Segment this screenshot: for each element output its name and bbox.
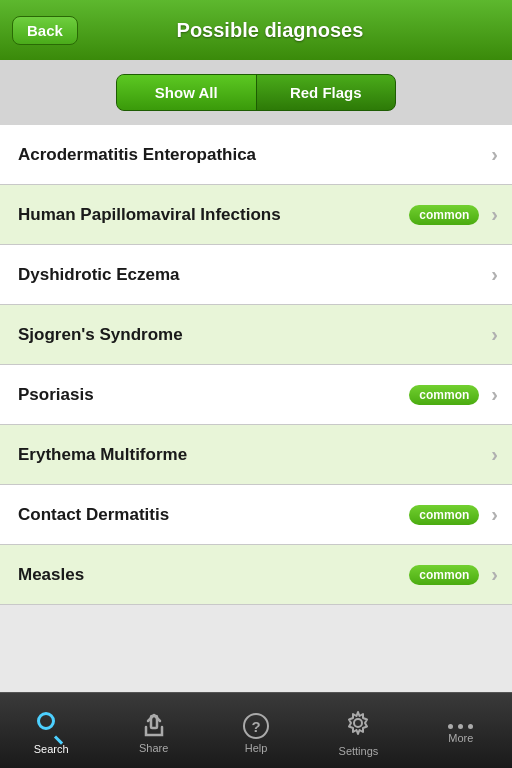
diagnosis-name: Psoriasis [18,385,409,405]
tab-search[interactable]: Search [0,693,102,768]
chevron-right-icon: › [491,203,498,226]
red-flags-button[interactable]: Red Flags [257,75,396,110]
tab-help-label: Help [245,742,268,754]
filter-toggle: Show All Red Flags [116,74,396,111]
tab-settings[interactable]: Settings [307,693,409,768]
chevron-right-icon: › [491,563,498,586]
list-item[interactable]: Psoriasiscommon› [0,365,512,425]
list-item[interactable]: Measlescommon› [0,545,512,605]
chevron-right-icon: › [491,443,498,466]
tab-share-label: Share [139,742,168,754]
tab-share[interactable]: Share [102,693,204,768]
chevron-right-icon: › [491,143,498,166]
diagnosis-name: Contact Dermatitis [18,505,409,525]
tab-help[interactable]: ? Help [205,693,307,768]
header: Back Possible diagnoses [0,0,512,60]
diagnosis-name: Measles [18,565,409,585]
list-item[interactable]: Erythema Multiforme› [0,425,512,485]
settings-icon [345,710,371,742]
diagnosis-name: Acrodermatitis Enteropathica [18,145,487,165]
page-title: Possible diagnoses [90,19,450,42]
list-item[interactable]: Dyshidrotic Eczema› [0,245,512,305]
search-icon [37,712,65,740]
tab-more[interactable]: More [410,693,512,768]
toggle-bar: Show All Red Flags [0,60,512,125]
chevron-right-icon: › [491,383,498,406]
tab-more-label: More [448,732,473,744]
diagnoses-list: Acrodermatitis Enteropathica›Human Papil… [0,125,512,605]
list-item[interactable]: Acrodermatitis Enteropathica› [0,125,512,185]
back-button[interactable]: Back [12,16,78,45]
chevron-right-icon: › [491,323,498,346]
diagnosis-name: Human Papillomaviral Infections [18,205,409,225]
common-badge: common [409,505,479,525]
common-badge: common [409,385,479,405]
diagnosis-name: Sjogren's Syndrome [18,325,487,345]
help-icon: ? [243,713,269,739]
chevron-right-icon: › [491,263,498,286]
more-icon [448,724,473,729]
list-item[interactable]: Sjogren's Syndrome› [0,305,512,365]
common-badge: common [409,205,479,225]
tab-bar: Search Share ? Help Settings [0,692,512,768]
chevron-right-icon: › [491,503,498,526]
tab-search-label: Search [34,743,69,755]
diagnosis-name: Dyshidrotic Eczema [18,265,487,285]
share-icon [141,713,167,739]
diagnosis-name: Erythema Multiforme [18,445,487,465]
svg-point-1 [354,719,362,727]
show-all-button[interactable]: Show All [117,75,257,110]
list-item[interactable]: Contact Dermatitiscommon› [0,485,512,545]
common-badge: common [409,565,479,585]
list-item[interactable]: Human Papillomaviral Infectionscommon› [0,185,512,245]
tab-settings-label: Settings [339,745,379,757]
